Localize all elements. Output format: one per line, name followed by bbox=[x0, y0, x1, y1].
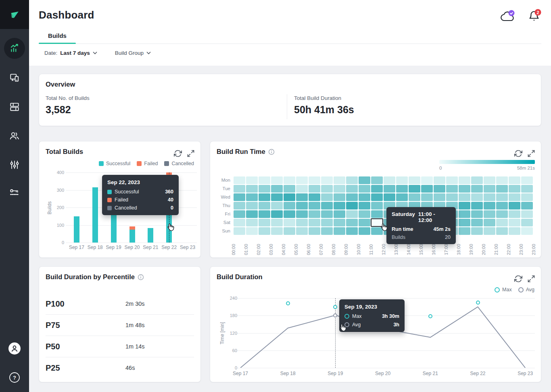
heatmap-cell[interactable] bbox=[459, 185, 470, 193]
heatmap-cell[interactable] bbox=[509, 210, 520, 218]
heatmap-cell[interactable] bbox=[471, 185, 483, 193]
heatmap-cell[interactable] bbox=[309, 185, 320, 193]
heatmap-cell[interactable] bbox=[259, 193, 270, 201]
heatmap-cell[interactable] bbox=[521, 210, 533, 218]
heatmap-cell[interactable] bbox=[359, 185, 370, 193]
heatmap-cell[interactable] bbox=[321, 210, 333, 218]
heatmap-cell[interactable] bbox=[371, 210, 383, 218]
sidebar-item-layout[interactable] bbox=[0, 102, 29, 112]
heatmap-cell[interactable] bbox=[284, 202, 295, 209]
heatmap-cell[interactable] bbox=[259, 202, 270, 209]
avg-hover-point[interactable] bbox=[333, 313, 337, 317]
heatmap-cell[interactable] bbox=[296, 185, 308, 193]
sidebar-item-users[interactable] bbox=[0, 131, 29, 141]
heatmap-cell[interactable] bbox=[384, 185, 395, 193]
heatmap-cell[interactable] bbox=[334, 193, 345, 201]
heatmap-cell[interactable] bbox=[496, 185, 508, 193]
heatmap-cell[interactable] bbox=[234, 227, 245, 235]
heatmap-cell[interactable] bbox=[484, 185, 495, 193]
heatmap-cell[interactable] bbox=[284, 185, 295, 193]
heatmap-cell[interactable] bbox=[484, 210, 495, 218]
heatmap-cell[interactable] bbox=[446, 193, 458, 201]
heatmap-cell[interactable] bbox=[484, 202, 495, 209]
heatmap-cell[interactable] bbox=[346, 219, 358, 226]
heatmap-cell[interactable] bbox=[521, 219, 533, 226]
heatmap-cell[interactable] bbox=[309, 176, 320, 184]
max-point[interactable] bbox=[476, 301, 480, 305]
heatmap-cell[interactable] bbox=[246, 227, 258, 235]
heatmap-cell[interactable] bbox=[459, 227, 470, 235]
heatmap-cell[interactable] bbox=[321, 227, 333, 235]
heatmap-cell[interactable] bbox=[471, 176, 483, 184]
sidebar-item-devices[interactable] bbox=[0, 73, 29, 83]
heatmap-cell[interactable] bbox=[334, 176, 345, 184]
heatmap-cell[interactable] bbox=[346, 227, 358, 235]
heatmap-cell[interactable] bbox=[259, 185, 270, 193]
heatmap-cell[interactable] bbox=[246, 219, 258, 226]
build-group-dropdown[interactable]: Build Group bbox=[115, 50, 151, 56]
heatmap-cell[interactable] bbox=[334, 202, 345, 209]
heatmap-cell[interactable] bbox=[371, 176, 383, 184]
heatmap-cell[interactable] bbox=[484, 227, 495, 235]
heatmap-cell[interactable] bbox=[421, 185, 433, 193]
heatmap-cell[interactable] bbox=[496, 176, 508, 184]
heatmap-cell[interactable] bbox=[296, 193, 308, 201]
heatmap-cell[interactable] bbox=[459, 193, 470, 201]
heatmap-cell[interactable] bbox=[371, 202, 383, 209]
heatmap-cell[interactable] bbox=[321, 202, 333, 209]
heatmap-cell[interactable] bbox=[509, 193, 520, 201]
heatmap-cell[interactable] bbox=[396, 185, 408, 193]
heatmap-cell[interactable] bbox=[321, 185, 333, 193]
user-avatar[interactable] bbox=[0, 342, 29, 355]
heatmap-cell[interactable] bbox=[246, 193, 258, 201]
heatmap-cell[interactable] bbox=[359, 193, 370, 201]
heatmap-cell[interactable] bbox=[384, 193, 395, 201]
heatmap-cell[interactable] bbox=[434, 176, 445, 184]
heatmap-cell[interactable] bbox=[309, 202, 320, 209]
heatmap-cell[interactable] bbox=[359, 210, 370, 218]
sidebar-item-analytics[interactable] bbox=[0, 38, 29, 59]
notifications-button[interactable]: 2 bbox=[527, 9, 543, 24]
heatmap-cell[interactable] bbox=[321, 219, 333, 226]
heatmap-cell[interactable] bbox=[421, 193, 433, 201]
heatmap-cell[interactable] bbox=[296, 227, 308, 235]
heatmap-cell[interactable] bbox=[234, 219, 245, 226]
heatmap-cell[interactable] bbox=[346, 210, 358, 218]
heatmap-cell[interactable] bbox=[296, 219, 308, 226]
heatmap-cell[interactable] bbox=[521, 227, 533, 235]
heatmap-cell[interactable] bbox=[471, 202, 483, 209]
bar-successful[interactable] bbox=[148, 228, 153, 243]
heatmap-cell[interactable] bbox=[334, 227, 345, 235]
heatmap-cell[interactable] bbox=[521, 185, 533, 193]
heatmap-cell[interactable] bbox=[246, 202, 258, 209]
heatmap-cell[interactable] bbox=[246, 176, 258, 184]
heatmap-cell[interactable] bbox=[346, 176, 358, 184]
heatmap-cell[interactable] bbox=[371, 185, 383, 193]
heatmap-cell[interactable] bbox=[446, 185, 458, 193]
heatmap-cell[interactable] bbox=[509, 185, 520, 193]
heatmap-cell[interactable] bbox=[521, 176, 533, 184]
heatmap-cell[interactable] bbox=[321, 176, 333, 184]
heatmap-cell[interactable] bbox=[334, 185, 345, 193]
heatmap-cell[interactable] bbox=[509, 227, 520, 235]
heatmap-cell[interactable] bbox=[334, 219, 345, 226]
heatmap-cell[interactable] bbox=[396, 176, 408, 184]
heatmap-cell[interactable] bbox=[421, 176, 433, 184]
heatmap-cell[interactable] bbox=[509, 202, 520, 209]
heatmap-cell[interactable] bbox=[359, 176, 370, 184]
heatmap-cell[interactable] bbox=[459, 202, 470, 209]
heatmap-cell[interactable] bbox=[446, 176, 458, 184]
heatmap-cell[interactable] bbox=[309, 227, 320, 235]
heatmap-cell[interactable] bbox=[246, 185, 258, 193]
heatmap-cell[interactable] bbox=[271, 185, 283, 193]
heatmap-cell[interactable] bbox=[259, 227, 270, 235]
heatmap-cell[interactable] bbox=[346, 193, 358, 201]
heatmap-cell[interactable] bbox=[284, 210, 295, 218]
heatmap-cell[interactable] bbox=[459, 176, 470, 184]
heatmap-cell[interactable] bbox=[471, 227, 483, 235]
heatmap-cell[interactable] bbox=[359, 202, 370, 209]
bar-failed[interactable] bbox=[129, 226, 135, 230]
heatmap-cell[interactable] bbox=[496, 227, 508, 235]
heatmap-cell[interactable] bbox=[471, 210, 483, 218]
heatmap-cell[interactable] bbox=[271, 176, 283, 184]
